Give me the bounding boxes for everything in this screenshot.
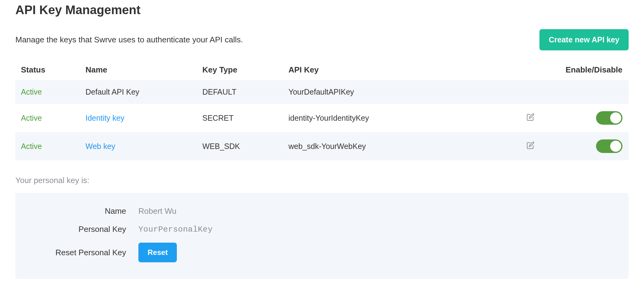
name-cell[interactable]: Identity key xyxy=(80,104,197,132)
personal-key-label: Personal Key xyxy=(28,225,138,234)
personal-name-row: Name Robert Wu xyxy=(28,202,616,220)
key-type-cell: WEB_SDK xyxy=(197,132,283,160)
status-cell: Active xyxy=(15,104,80,132)
toggle-cell xyxy=(558,104,629,132)
personal-key-panel: Name Robert Wu Personal Key YourPersonal… xyxy=(15,193,629,279)
name-cell[interactable]: Web key xyxy=(80,132,197,160)
api-key-cell: web_sdk-YourWebKey xyxy=(283,132,521,160)
enable-toggle[interactable] xyxy=(596,139,622,153)
personal-key-section-label: Your personal key is: xyxy=(15,176,629,185)
edit-icon[interactable] xyxy=(527,113,535,121)
edit-cell xyxy=(521,132,558,160)
table-row: ActiveWeb keyWEB_SDKweb_sdk-YourWebKey xyxy=(15,132,629,160)
table-row: ActiveIdentity keySECRETidentity-YourIde… xyxy=(15,104,629,132)
enable-toggle[interactable] xyxy=(596,111,622,125)
toggle-knob xyxy=(610,141,621,152)
edit-cell xyxy=(521,80,558,104)
toggle-cell xyxy=(558,132,629,160)
edit-icon[interactable] xyxy=(527,141,535,149)
toggle-cell xyxy=(558,80,629,104)
api-keys-table: Status Name Key Type API Key Enable/Disa… xyxy=(15,60,629,160)
header-enable-disable: Enable/Disable xyxy=(558,60,629,80)
status-cell: Active xyxy=(15,132,80,160)
api-key-cell: identity-YourIdentityKey xyxy=(283,104,521,132)
header-status: Status xyxy=(15,60,80,80)
table-header-row: Status Name Key Type API Key Enable/Disa… xyxy=(15,60,629,80)
api-key-cell: YourDefaultAPIKey xyxy=(283,80,521,104)
toggle-knob xyxy=(610,112,621,123)
personal-reset-row: Reset Personal Key Reset xyxy=(28,238,616,267)
header-row: Manage the keys that Swrve uses to authe… xyxy=(15,29,629,50)
header-name: Name xyxy=(80,60,197,80)
personal-key-row: Personal Key YourPersonalKey xyxy=(28,220,616,238)
name-cell: Default API Key xyxy=(80,80,197,104)
key-type-cell: SECRET xyxy=(197,104,283,132)
reset-button[interactable]: Reset xyxy=(138,243,177,262)
api-key-management-page: API Key Management Manage the keys that … xyxy=(0,0,644,291)
personal-name-label: Name xyxy=(28,206,138,216)
page-title: API Key Management xyxy=(15,3,629,17)
create-api-key-button[interactable]: Create new API key xyxy=(539,29,629,50)
personal-reset-value: Reset xyxy=(138,243,177,262)
personal-key-value: YourPersonalKey xyxy=(138,225,213,234)
header-api-key: API Key xyxy=(283,60,521,80)
status-cell: Active xyxy=(15,80,80,104)
header-key-type: Key Type xyxy=(197,60,283,80)
personal-name-value: Robert Wu xyxy=(138,206,177,216)
personal-reset-label: Reset Personal Key xyxy=(28,248,138,257)
table-row: ActiveDefault API KeyDEFAULTYourDefaultA… xyxy=(15,80,629,104)
edit-cell xyxy=(521,104,558,132)
page-subtitle: Manage the keys that Swrve uses to authe… xyxy=(15,35,243,45)
header-edit xyxy=(521,60,558,80)
key-type-cell: DEFAULT xyxy=(197,80,283,104)
